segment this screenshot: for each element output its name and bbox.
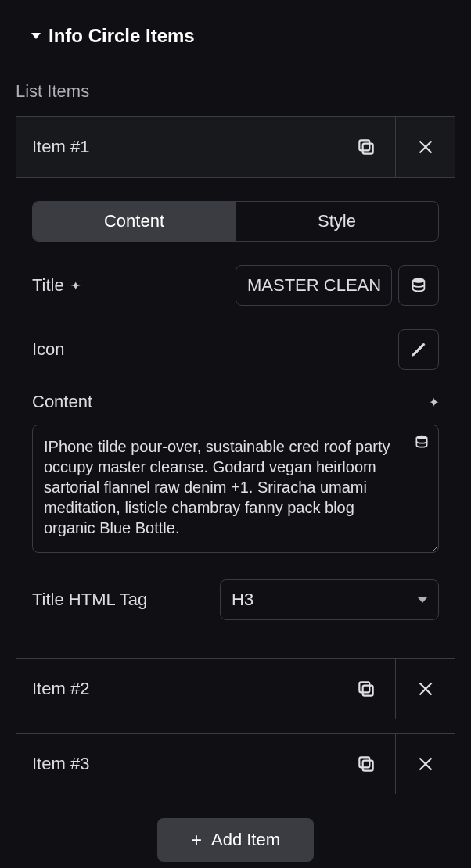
remove-button[interactable] <box>395 117 455 177</box>
section-title: Info Circle Items <box>49 25 195 47</box>
svg-rect-0 <box>362 143 372 153</box>
html-tag-select[interactable]: H3 <box>220 579 439 620</box>
title-input-group <box>236 265 439 306</box>
remove-button[interactable] <box>395 734 455 794</box>
duplicate-button[interactable] <box>336 659 395 719</box>
list-item-header: Item #1 <box>16 116 455 177</box>
close-icon <box>415 754 436 774</box>
content-textarea[interactable]: IPhone tilde pour-over, sustainable cred… <box>32 425 439 553</box>
add-item-label: Add Item <box>211 830 280 850</box>
title-input[interactable] <box>236 265 392 306</box>
content-field-header: Content ✦ <box>32 392 439 412</box>
list-item-label[interactable]: Item #3 <box>16 734 336 794</box>
duplicate-button[interactable] <box>336 734 395 794</box>
svg-rect-7 <box>359 682 369 692</box>
html-tag-value: H3 <box>232 590 253 610</box>
ai-sparkle-icon[interactable]: ✦ <box>70 278 81 293</box>
tab-content[interactable]: Content <box>33 202 236 241</box>
list-item-body: Content Style Title ✦ Icon Content ✦ IPh… <box>16 177 455 644</box>
database-icon <box>414 434 430 450</box>
chevron-down-icon <box>418 597 427 603</box>
dynamic-content-button[interactable] <box>398 265 439 306</box>
content-label: Content <box>32 392 92 412</box>
svg-rect-11 <box>359 757 369 767</box>
edit-icon-button[interactable] <box>398 329 439 370</box>
database-icon <box>410 277 427 294</box>
copy-icon <box>356 137 376 157</box>
remove-button[interactable] <box>395 659 455 719</box>
close-icon <box>415 679 436 699</box>
svg-rect-6 <box>362 686 372 696</box>
list-item-label[interactable]: Item #2 <box>16 659 336 719</box>
ai-sparkle-icon[interactable]: ✦ <box>429 395 439 410</box>
content-textarea-wrap: IPhone tilde pour-over, sustainable cred… <box>32 425 439 556</box>
title-label: Title ✦ <box>32 275 81 296</box>
html-tag-field-row: Title HTML Tag H3 <box>32 579 439 620</box>
tab-style[interactable]: Style <box>236 202 438 241</box>
copy-icon <box>356 679 376 699</box>
list-items-label: List Items <box>16 63 455 116</box>
duplicate-button[interactable] <box>336 117 395 177</box>
icon-label: Icon <box>32 339 65 360</box>
svg-point-5 <box>416 436 426 439</box>
dynamic-content-button[interactable] <box>414 434 430 453</box>
list-item-header: Item #2 <box>16 658 455 719</box>
pencil-icon <box>410 341 427 358</box>
svg-point-4 <box>413 278 425 283</box>
icon-field-row: Icon <box>32 329 439 370</box>
tab-group: Content Style <box>32 201 439 242</box>
title-label-text: Title <box>32 275 64 296</box>
html-tag-label: Title HTML Tag <box>32 590 147 610</box>
list-item-header: Item #3 <box>16 733 455 794</box>
svg-rect-1 <box>359 140 369 150</box>
plus-icon: + <box>191 830 202 849</box>
list-item-label[interactable]: Item #1 <box>16 117 336 177</box>
close-icon <box>415 137 436 157</box>
title-field-row: Title ✦ <box>32 265 439 306</box>
section-header[interactable]: Info Circle Items <box>16 0 455 63</box>
add-item-button[interactable]: + Add Item <box>157 818 314 862</box>
chevron-down-icon <box>31 33 41 39</box>
svg-rect-10 <box>362 761 372 771</box>
copy-icon <box>356 754 376 774</box>
